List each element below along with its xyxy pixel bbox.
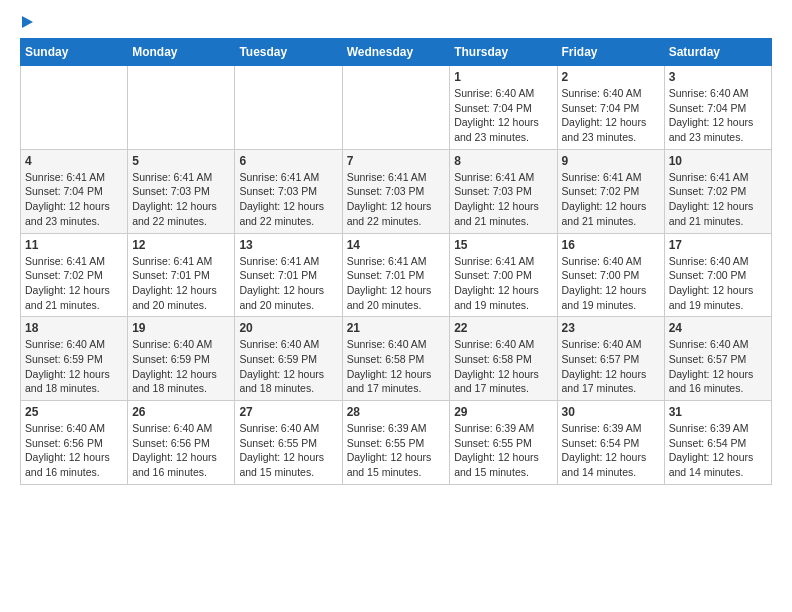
calendar-table: SundayMondayTuesdayWednesdayThursdayFrid… bbox=[20, 38, 772, 485]
day-number: 21 bbox=[347, 321, 446, 335]
day-info: Sunrise: 6:40 AM Sunset: 6:58 PM Dayligh… bbox=[347, 337, 446, 396]
day-number: 26 bbox=[132, 405, 230, 419]
calendar-body: 1Sunrise: 6:40 AM Sunset: 7:04 PM Daylig… bbox=[21, 66, 772, 485]
calendar-week-row: 25Sunrise: 6:40 AM Sunset: 6:56 PM Dayli… bbox=[21, 401, 772, 485]
calendar-cell: 13Sunrise: 6:41 AM Sunset: 7:01 PM Dayli… bbox=[235, 233, 342, 317]
day-info: Sunrise: 6:41 AM Sunset: 7:03 PM Dayligh… bbox=[347, 170, 446, 229]
calendar-week-row: 1Sunrise: 6:40 AM Sunset: 7:04 PM Daylig… bbox=[21, 66, 772, 150]
day-info: Sunrise: 6:41 AM Sunset: 7:03 PM Dayligh… bbox=[132, 170, 230, 229]
day-info: Sunrise: 6:40 AM Sunset: 7:00 PM Dayligh… bbox=[562, 254, 660, 313]
day-info: Sunrise: 6:40 AM Sunset: 7:04 PM Dayligh… bbox=[562, 86, 660, 145]
day-number: 25 bbox=[25, 405, 123, 419]
calendar-cell: 14Sunrise: 6:41 AM Sunset: 7:01 PM Dayli… bbox=[342, 233, 450, 317]
day-info: Sunrise: 6:40 AM Sunset: 6:57 PM Dayligh… bbox=[669, 337, 767, 396]
calendar-cell: 24Sunrise: 6:40 AM Sunset: 6:57 PM Dayli… bbox=[664, 317, 771, 401]
day-number: 27 bbox=[239, 405, 337, 419]
day-number: 22 bbox=[454, 321, 552, 335]
day-of-week-header: Sunday bbox=[21, 39, 128, 66]
day-number: 15 bbox=[454, 238, 552, 252]
day-info: Sunrise: 6:40 AM Sunset: 7:04 PM Dayligh… bbox=[454, 86, 552, 145]
day-info: Sunrise: 6:39 AM Sunset: 6:54 PM Dayligh… bbox=[669, 421, 767, 480]
calendar-cell: 29Sunrise: 6:39 AM Sunset: 6:55 PM Dayli… bbox=[450, 401, 557, 485]
logo-arrow-icon bbox=[22, 16, 33, 28]
calendar-cell: 21Sunrise: 6:40 AM Sunset: 6:58 PM Dayli… bbox=[342, 317, 450, 401]
calendar-cell: 5Sunrise: 6:41 AM Sunset: 7:03 PM Daylig… bbox=[128, 149, 235, 233]
day-info: Sunrise: 6:39 AM Sunset: 6:55 PM Dayligh… bbox=[347, 421, 446, 480]
calendar-cell bbox=[342, 66, 450, 150]
day-of-week-header: Friday bbox=[557, 39, 664, 66]
calendar-cell: 3Sunrise: 6:40 AM Sunset: 7:04 PM Daylig… bbox=[664, 66, 771, 150]
calendar-cell: 30Sunrise: 6:39 AM Sunset: 6:54 PM Dayli… bbox=[557, 401, 664, 485]
day-info: Sunrise: 6:40 AM Sunset: 7:00 PM Dayligh… bbox=[669, 254, 767, 313]
calendar-cell: 26Sunrise: 6:40 AM Sunset: 6:56 PM Dayli… bbox=[128, 401, 235, 485]
day-number: 30 bbox=[562, 405, 660, 419]
calendar-cell: 17Sunrise: 6:40 AM Sunset: 7:00 PM Dayli… bbox=[664, 233, 771, 317]
calendar-cell: 12Sunrise: 6:41 AM Sunset: 7:01 PM Dayli… bbox=[128, 233, 235, 317]
day-number: 16 bbox=[562, 238, 660, 252]
day-info: Sunrise: 6:41 AM Sunset: 7:02 PM Dayligh… bbox=[25, 254, 123, 313]
calendar-cell: 4Sunrise: 6:41 AM Sunset: 7:04 PM Daylig… bbox=[21, 149, 128, 233]
day-number: 8 bbox=[454, 154, 552, 168]
day-info: Sunrise: 6:41 AM Sunset: 7:02 PM Dayligh… bbox=[562, 170, 660, 229]
calendar-cell: 2Sunrise: 6:40 AM Sunset: 7:04 PM Daylig… bbox=[557, 66, 664, 150]
day-of-week-header: Saturday bbox=[664, 39, 771, 66]
calendar-cell: 10Sunrise: 6:41 AM Sunset: 7:02 PM Dayli… bbox=[664, 149, 771, 233]
page-header bbox=[20, 20, 772, 28]
calendar-cell: 7Sunrise: 6:41 AM Sunset: 7:03 PM Daylig… bbox=[342, 149, 450, 233]
day-info: Sunrise: 6:41 AM Sunset: 7:01 PM Dayligh… bbox=[347, 254, 446, 313]
day-number: 28 bbox=[347, 405, 446, 419]
calendar-week-row: 4Sunrise: 6:41 AM Sunset: 7:04 PM Daylig… bbox=[21, 149, 772, 233]
day-number: 10 bbox=[669, 154, 767, 168]
calendar-cell: 27Sunrise: 6:40 AM Sunset: 6:55 PM Dayli… bbox=[235, 401, 342, 485]
calendar-cell bbox=[128, 66, 235, 150]
day-info: Sunrise: 6:41 AM Sunset: 7:04 PM Dayligh… bbox=[25, 170, 123, 229]
day-number: 12 bbox=[132, 238, 230, 252]
calendar-cell: 18Sunrise: 6:40 AM Sunset: 6:59 PM Dayli… bbox=[21, 317, 128, 401]
day-info: Sunrise: 6:41 AM Sunset: 7:03 PM Dayligh… bbox=[239, 170, 337, 229]
day-info: Sunrise: 6:39 AM Sunset: 6:54 PM Dayligh… bbox=[562, 421, 660, 480]
calendar-cell: 20Sunrise: 6:40 AM Sunset: 6:59 PM Dayli… bbox=[235, 317, 342, 401]
day-number: 11 bbox=[25, 238, 123, 252]
day-of-week-header: Monday bbox=[128, 39, 235, 66]
calendar-cell bbox=[21, 66, 128, 150]
calendar-header: SundayMondayTuesdayWednesdayThursdayFrid… bbox=[21, 39, 772, 66]
calendar-cell: 11Sunrise: 6:41 AM Sunset: 7:02 PM Dayli… bbox=[21, 233, 128, 317]
day-info: Sunrise: 6:40 AM Sunset: 6:59 PM Dayligh… bbox=[25, 337, 123, 396]
header-row: SundayMondayTuesdayWednesdayThursdayFrid… bbox=[21, 39, 772, 66]
calendar-cell: 23Sunrise: 6:40 AM Sunset: 6:57 PM Dayli… bbox=[557, 317, 664, 401]
calendar-cell: 25Sunrise: 6:40 AM Sunset: 6:56 PM Dayli… bbox=[21, 401, 128, 485]
day-number: 29 bbox=[454, 405, 552, 419]
day-info: Sunrise: 6:41 AM Sunset: 7:03 PM Dayligh… bbox=[454, 170, 552, 229]
day-info: Sunrise: 6:40 AM Sunset: 6:56 PM Dayligh… bbox=[25, 421, 123, 480]
day-of-week-header: Wednesday bbox=[342, 39, 450, 66]
day-number: 7 bbox=[347, 154, 446, 168]
calendar-cell bbox=[235, 66, 342, 150]
day-info: Sunrise: 6:41 AM Sunset: 7:01 PM Dayligh… bbox=[132, 254, 230, 313]
day-info: Sunrise: 6:40 AM Sunset: 6:55 PM Dayligh… bbox=[239, 421, 337, 480]
day-number: 24 bbox=[669, 321, 767, 335]
day-info: Sunrise: 6:40 AM Sunset: 6:57 PM Dayligh… bbox=[562, 337, 660, 396]
calendar-week-row: 18Sunrise: 6:40 AM Sunset: 6:59 PM Dayli… bbox=[21, 317, 772, 401]
day-info: Sunrise: 6:41 AM Sunset: 7:02 PM Dayligh… bbox=[669, 170, 767, 229]
day-of-week-header: Thursday bbox=[450, 39, 557, 66]
day-number: 2 bbox=[562, 70, 660, 84]
calendar-cell: 31Sunrise: 6:39 AM Sunset: 6:54 PM Dayli… bbox=[664, 401, 771, 485]
day-info: Sunrise: 6:40 AM Sunset: 6:59 PM Dayligh… bbox=[132, 337, 230, 396]
calendar-cell: 6Sunrise: 6:41 AM Sunset: 7:03 PM Daylig… bbox=[235, 149, 342, 233]
day-info: Sunrise: 6:39 AM Sunset: 6:55 PM Dayligh… bbox=[454, 421, 552, 480]
day-number: 4 bbox=[25, 154, 123, 168]
day-number: 5 bbox=[132, 154, 230, 168]
calendar-week-row: 11Sunrise: 6:41 AM Sunset: 7:02 PM Dayli… bbox=[21, 233, 772, 317]
day-number: 19 bbox=[132, 321, 230, 335]
day-number: 13 bbox=[239, 238, 337, 252]
day-number: 3 bbox=[669, 70, 767, 84]
day-number: 23 bbox=[562, 321, 660, 335]
day-number: 9 bbox=[562, 154, 660, 168]
day-info: Sunrise: 6:40 AM Sunset: 6:58 PM Dayligh… bbox=[454, 337, 552, 396]
calendar-cell: 22Sunrise: 6:40 AM Sunset: 6:58 PM Dayli… bbox=[450, 317, 557, 401]
calendar-cell: 16Sunrise: 6:40 AM Sunset: 7:00 PM Dayli… bbox=[557, 233, 664, 317]
calendar-cell: 1Sunrise: 6:40 AM Sunset: 7:04 PM Daylig… bbox=[450, 66, 557, 150]
calendar-cell: 8Sunrise: 6:41 AM Sunset: 7:03 PM Daylig… bbox=[450, 149, 557, 233]
day-number: 18 bbox=[25, 321, 123, 335]
day-number: 17 bbox=[669, 238, 767, 252]
